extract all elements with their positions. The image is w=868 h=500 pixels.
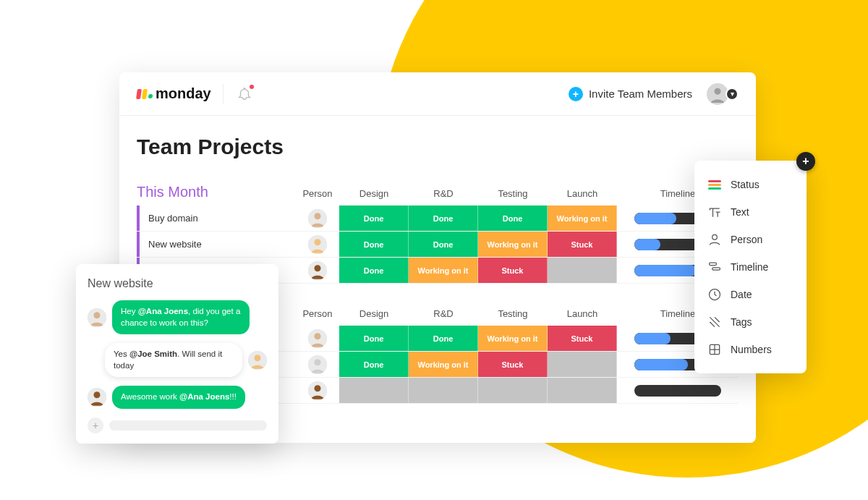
add-column-button[interactable]: +	[796, 152, 815, 171]
column-header[interactable]: Launch	[548, 308, 617, 319]
column-type-label: Text	[731, 206, 749, 218]
column-type-label: Tags	[731, 316, 752, 328]
column-type-timeline[interactable]: Timeline	[702, 253, 799, 281]
column-type-label: Timeline	[731, 261, 768, 273]
status-cell[interactable]: Done	[339, 352, 409, 377]
plus-icon: +	[569, 87, 583, 101]
chevron-down-icon: ▾	[726, 88, 739, 101]
chat-input[interactable]	[109, 420, 267, 431]
notifications-button[interactable]	[235, 85, 254, 103]
status-cell[interactable]: Working on it	[409, 352, 478, 377]
svg-point-15	[93, 312, 100, 318]
person-cell[interactable]	[296, 258, 339, 283]
column-type-label: Date	[731, 289, 752, 300]
person-cell[interactable]	[296, 205, 339, 231]
status-cell[interactable]	[409, 378, 478, 403]
topbar-divider	[223, 84, 224, 104]
chat-bubble[interactable]: Awesome work @Ana Joens!!!	[112, 386, 245, 409]
column-type-numbers[interactable]: Numbers	[702, 336, 799, 363]
chat-text: Yes	[114, 349, 129, 358]
mention[interactable]: @Joe Smith	[129, 349, 177, 358]
text-icon	[707, 205, 722, 219]
svg-point-13	[314, 385, 320, 391]
avatar	[248, 351, 267, 370]
column-type-tags[interactable]: Tags	[702, 308, 799, 336]
column-header[interactable]: Testing	[478, 308, 548, 319]
status-cell[interactable]	[548, 352, 617, 377]
avatar	[308, 235, 327, 254]
column-type-date[interactable]: Date	[702, 281, 799, 308]
column-type-status[interactable]: Status	[702, 171, 799, 198]
timeline-icon	[707, 260, 722, 274]
svg-point-11	[314, 359, 320, 365]
column-type-label: Numbers	[731, 344, 772, 355]
status-cell[interactable]: Done	[478, 205, 548, 231]
chat-add-button[interactable]: +	[88, 418, 103, 433]
group-title[interactable]: This Month	[137, 184, 296, 203]
mention[interactable]: @Ana Joens	[138, 307, 188, 315]
status-cell[interactable]: Stuck	[548, 232, 617, 257]
status-cell[interactable]: Done	[339, 258, 409, 283]
column-type-popover: + StatusTextPersonTimelineDateTagsNumber…	[694, 161, 807, 373]
column-header[interactable]: R&D	[409, 308, 478, 319]
page-title: Team Projects	[137, 135, 739, 159]
row-name[interactable]: New website	[137, 232, 296, 257]
status-cell[interactable]: Stuck	[478, 352, 548, 377]
table-row: Buy domainDoneDoneDoneWorking on it	[137, 205, 739, 232]
status-cell[interactable]: Stuck	[548, 326, 617, 351]
column-header[interactable]: Testing	[478, 188, 548, 199]
avatar	[308, 381, 327, 400]
mention[interactable]: @Ana Joens	[179, 392, 229, 401]
person-cell[interactable]	[296, 378, 339, 403]
row-name[interactable]: Buy domain	[137, 205, 296, 231]
column-header[interactable]: Design	[339, 308, 409, 319]
status-cell[interactable]	[548, 378, 617, 403]
profile-menu[interactable]: ▾	[705, 82, 739, 106]
status-cell[interactable]	[548, 258, 617, 283]
column-type-text[interactable]: Text	[702, 198, 799, 226]
chat-bubble[interactable]: Hey @Ana Joens, did you get a chance to …	[112, 300, 250, 334]
chat-title: New website	[88, 277, 267, 290]
invite-team-button[interactable]: + Invite Team Members	[569, 87, 692, 101]
avatar	[88, 388, 106, 407]
person-cell[interactable]	[296, 352, 339, 377]
status-cell[interactable]: Done	[339, 205, 409, 231]
status-cell[interactable]: Done	[339, 232, 409, 257]
status-cell[interactable]: Stuck	[478, 258, 548, 283]
avatar	[308, 355, 327, 374]
brand-name: monday	[156, 85, 211, 102]
column-header[interactable]: Person	[296, 308, 339, 319]
status-cell[interactable]: Done	[409, 205, 478, 231]
status-cell[interactable]: Done	[339, 326, 409, 351]
person-icon	[707, 232, 722, 247]
status-cell[interactable]: Working on it	[478, 232, 548, 257]
svg-point-19	[93, 391, 100, 398]
status-cell[interactable]	[478, 378, 548, 403]
status-cell[interactable]: Working on it	[548, 205, 617, 231]
svg-point-20	[712, 234, 718, 240]
chat-input-row: +	[88, 418, 267, 433]
topbar: monday + Invite Team Members ▾	[119, 72, 756, 116]
column-header[interactable]: Person	[296, 188, 339, 199]
status-cell[interactable]: Working on it	[409, 258, 478, 283]
chat-bubble[interactable]: Yes @Joe Smith. Will send it today	[105, 343, 242, 377]
column-header[interactable]: R&D	[409, 188, 478, 199]
chat-message: Awesome work @Ana Joens!!!	[88, 386, 267, 409]
status-cell[interactable]: Done	[409, 326, 478, 351]
svg-rect-21	[710, 263, 717, 265]
timeline-cell[interactable]	[617, 378, 739, 403]
svg-point-9	[314, 333, 320, 339]
svg-point-3	[314, 213, 320, 219]
status-cell[interactable]: Working on it	[478, 326, 548, 351]
chat-message: Hey @Ana Joens, did you get a chance to …	[88, 300, 267, 334]
svg-point-17	[254, 355, 260, 361]
person-cell[interactable]	[296, 232, 339, 257]
column-header[interactable]: Launch	[548, 188, 617, 199]
svg-point-5	[314, 239, 320, 245]
person-cell[interactable]	[296, 326, 339, 351]
status-cell[interactable]: Done	[409, 232, 478, 257]
column-type-person[interactable]: Person	[702, 226, 799, 253]
brand-logo[interactable]: monday	[137, 85, 211, 102]
column-header[interactable]: Design	[339, 188, 409, 199]
status-cell[interactable]	[339, 378, 409, 403]
